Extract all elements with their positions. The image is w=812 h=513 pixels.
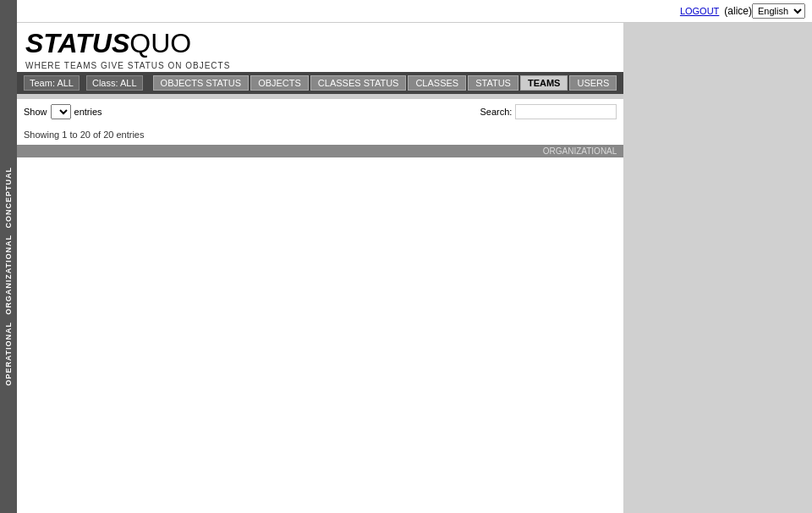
nav-tab-classes[interactable]: CLASSES — [408, 75, 466, 91]
tagline: WHERE TEAMS GIVE STATUS ON OBJECTS — [25, 61, 615, 70]
class-info: Class: ALL — [86, 75, 143, 91]
bottom-bar: ORGANIZATIONAL — [17, 145, 623, 157]
table-controls: Show entries Search: — [17, 99, 623, 124]
language-select[interactable]: English — [752, 3, 805, 19]
entries-label: entries — [74, 107, 102, 117]
nav-tab-objects_status[interactable]: OBJECTS STATUS — [153, 75, 250, 91]
search-area: Search: — [480, 104, 617, 119]
top-bar: LOGOUT (alice) English — [0, 0, 812, 23]
team-info: Team: ALL — [24, 75, 80, 91]
side-label-organizational: ORGANIZATIONAL — [4, 234, 13, 315]
nav-tab-objects[interactable]: OBJECTS — [250, 75, 309, 91]
nav-tab-users[interactable]: USERS — [569, 75, 617, 91]
logo: STATUS QUO — [25, 28, 615, 59]
side-label-conceptual: CONCEPTUAL — [4, 167, 13, 229]
logo-quo: QUO — [129, 28, 191, 59]
header: STATUS QUO WHERE TEAMS GIVE STATUS ON OB… — [17, 23, 623, 72]
side-label-container: CONCEPTUAL ORGANIZATIONAL OPERATIONAL — [0, 0, 17, 513]
showing-text: Showing 1 to 20 of 20 entries — [24, 130, 144, 140]
table-footer: Showing 1 to 20 of 20 entries — [17, 124, 623, 145]
side-label-operational: OPERATIONAL — [4, 322, 13, 386]
nav-tabs: OBJECTS STATUSOBJECTSCLASSES STATUSCLASS… — [153, 75, 617, 91]
nav-bar: Team: ALL Class: ALL OBJECTS STATUSOBJEC… — [17, 72, 623, 94]
nav-tab-teams[interactable]: TEAMS — [520, 75, 568, 91]
nav-tab-status[interactable]: STATUS — [468, 75, 518, 91]
show-entries: Show entries — [24, 104, 102, 119]
nav-tab-classes_status[interactable]: CLASSES STATUS — [310, 75, 407, 91]
search-label: Search: — [480, 107, 512, 117]
search-input[interactable] — [515, 104, 617, 119]
logout-link[interactable]: LOGOUT — [680, 6, 719, 16]
entries-select[interactable] — [51, 104, 71, 119]
user-label: (alice) — [724, 5, 752, 17]
logo-status: STATUS — [25, 28, 129, 59]
show-label: Show — [24, 107, 47, 117]
